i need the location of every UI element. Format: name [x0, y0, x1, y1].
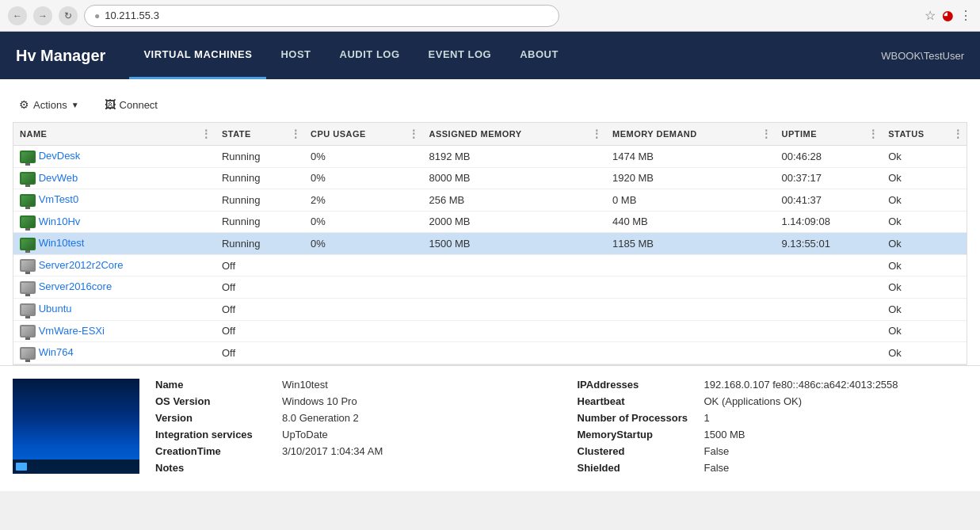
details-panel: Name Win10test OS Version Windows 10 Pro… — [0, 365, 980, 491]
vm-name-link[interactable]: VmWare-ESXi — [39, 325, 105, 337]
cell-state: Off — [215, 276, 304, 299]
cell-status: Ok — [882, 233, 967, 255]
nav-audit-log[interactable]: AUDIT LOG — [326, 32, 414, 79]
cell-memory-demand: 1474 MB — [606, 146, 775, 168]
vm-name-link[interactable]: DevDesk — [39, 150, 81, 162]
bookmark-icon[interactable]: ☆ — [925, 8, 936, 23]
cell-memory-demand — [606, 320, 775, 342]
vm-name-link[interactable]: DevWeb — [39, 172, 78, 184]
cell-name: Win10Hv — [13, 211, 215, 233]
col-menu-uptime[interactable]: ⋮ — [868, 128, 879, 140]
col-header-assigned-memory: ASSIGNED MEMORY ⋮ — [422, 123, 606, 146]
table-row[interactable]: Win10Hv Running 0% 2000 MB 440 MB 1.14:0… — [13, 211, 967, 233]
cell-uptime: 00:41:37 — [775, 189, 882, 212]
cell-assigned-memory — [422, 254, 606, 276]
cell-assigned-memory: 256 MB — [422, 189, 606, 212]
cell-status: Ok — [882, 298, 967, 320]
nav-about[interactable]: ABOUT — [505, 32, 573, 79]
cell-memory-demand — [606, 298, 775, 320]
cell-uptime — [775, 342, 882, 364]
cell-assigned-memory — [422, 342, 606, 364]
col-menu-state[interactable]: ⋮ — [290, 128, 302, 140]
cell-status: Ok — [882, 211, 967, 233]
url-text: 10.211.55.3 — [105, 10, 159, 21]
detail-clustered: Clustered False — [578, 445, 968, 457]
cell-state: Off — [215, 320, 304, 342]
table-row[interactable]: DevDesk Running 0% 8192 MB 1474 MB 00:46… — [13, 146, 967, 168]
actions-label: Actions — [33, 99, 67, 111]
table-row[interactable]: Ubuntu Off Ok — [13, 298, 967, 320]
cell-memory-demand: 1185 MB — [606, 233, 775, 255]
win10-taskbar — [13, 459, 139, 474]
cell-status: Ok — [882, 189, 967, 212]
refresh-button[interactable]: ↻ — [59, 6, 78, 25]
nav-host[interactable]: HOST — [266, 32, 325, 79]
vm-icon — [20, 172, 36, 185]
cell-uptime: 00:37:17 — [775, 167, 882, 189]
detail-processors: Number of Processors 1 — [578, 412, 968, 424]
cell-name: VmWare-ESXi — [13, 320, 215, 342]
cell-uptime — [775, 276, 882, 299]
cell-name: Win764 — [13, 342, 215, 364]
table-row[interactable]: VmWare-ESXi Off Ok — [13, 320, 967, 342]
col-menu-status[interactable]: ⋮ — [952, 128, 964, 140]
col-header-uptime: UPTIME ⋮ — [775, 123, 882, 146]
cell-name: DevDesk — [13, 146, 215, 168]
col-menu-cpu[interactable]: ⋮ — [408, 128, 420, 140]
cell-assigned-memory: 8192 MB — [422, 146, 606, 168]
col-menu-memory-demand[interactable]: ⋮ — [761, 128, 772, 140]
cell-status: Ok — [882, 276, 967, 299]
cell-assigned-memory — [422, 298, 606, 320]
col-header-name: NAME ⋮ — [13, 123, 215, 146]
table-row[interactable]: Win764 Off Ok — [13, 342, 967, 364]
col-menu-name[interactable]: ⋮ — [200, 128, 212, 140]
detail-integration: Integration services UpToDate — [155, 429, 546, 440]
table-row[interactable]: DevWeb Running 0% 8000 MB 1920 MB 00:37:… — [13, 167, 967, 189]
cell-state: Off — [215, 342, 304, 364]
detail-heartbeat: Heartbeat OK (Applications OK) — [578, 395, 968, 407]
back-button[interactable]: ← — [8, 6, 27, 25]
actions-button[interactable]: ⚙ Actions ▼ — [13, 95, 86, 114]
vm-name-link[interactable]: Ubuntu — [39, 303, 72, 315]
table-row[interactable]: Server2016core Off Ok — [13, 276, 967, 299]
table-row[interactable]: Win10test Running 0% 1500 MB 1185 MB 9.1… — [13, 233, 967, 255]
win10-screenshot — [13, 379, 139, 474]
table-row[interactable]: Server2012r2Core Off Ok — [13, 254, 967, 276]
col-header-status: STATUS ⋮ — [882, 123, 967, 146]
cell-status: Ok — [882, 146, 967, 168]
cell-cpu — [304, 298, 422, 320]
browser-icon[interactable]: ◕ — [942, 8, 953, 23]
cell-uptime — [775, 298, 882, 320]
connect-button[interactable]: 🖼 Connect — [98, 95, 164, 114]
monitor-icon: 🖼 — [105, 98, 116, 111]
cell-memory-demand: 0 MB — [606, 189, 775, 212]
vm-name-link[interactable]: VmTest0 — [39, 193, 79, 205]
vm-icon — [20, 259, 36, 272]
vm-icon — [20, 303, 36, 316]
cell-uptime: 00:46:28 — [775, 146, 882, 168]
address-bar[interactable]: ● 10.211.55.3 — [84, 5, 559, 27]
forward-button[interactable]: → — [33, 6, 52, 25]
vm-name-link[interactable]: Win10test — [39, 237, 85, 249]
col-header-memory-demand: MEMORY DEMAND ⋮ — [606, 123, 775, 146]
cell-uptime — [775, 254, 882, 276]
cell-assigned-memory: 1500 MB — [422, 233, 606, 255]
menu-icon[interactable]: ⋮ — [959, 8, 972, 23]
details-screenshot — [13, 379, 139, 474]
nav-virtual-machines[interactable]: VIRTUAL MACHINES — [129, 32, 266, 79]
detail-creation: CreationTime 3/10/2017 1:04:34 AM — [155, 445, 546, 457]
col-menu-assigned-memory[interactable]: ⋮ — [591, 128, 603, 140]
cell-assigned-memory — [422, 320, 606, 342]
vm-name-link[interactable]: Win10Hv — [39, 215, 81, 227]
cell-state: Running — [215, 167, 304, 189]
details-col-left: Name Win10test OS Version Windows 10 Pro… — [155, 379, 546, 479]
table-row[interactable]: VmTest0 Running 2% 256 MB 0 MB 00:41:37 … — [13, 189, 967, 212]
vm-icon — [20, 281, 36, 294]
vm-name-link[interactable]: Server2016core — [39, 280, 112, 292]
vm-name-link[interactable]: Server2012r2Core — [39, 259, 124, 271]
vm-name-link[interactable]: Win764 — [39, 346, 74, 358]
cell-cpu: 2% — [304, 189, 422, 212]
browser-right-icons: ☆ ◕ ⋮ — [925, 8, 972, 23]
nav-event-log[interactable]: EVENT LOG — [414, 32, 506, 79]
page-wrapper: ← → ↻ ● 10.211.55.3 ☆ ◕ ⋮ Hv Manager VIR… — [0, 0, 980, 530]
